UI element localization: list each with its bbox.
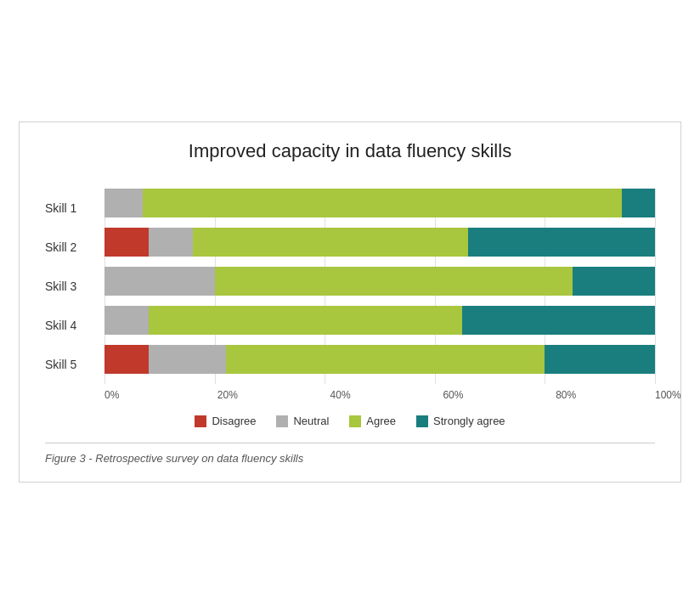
chart-title: Improved capacity in data fluency skills: [45, 139, 655, 164]
bar-segment-agree: [149, 306, 462, 335]
y-label: Skill 3: [45, 267, 104, 306]
bars-area: [104, 189, 655, 384]
bar-segment-strongly_agree: [573, 267, 655, 296]
bar-segment-agree: [193, 228, 468, 257]
legend-swatch-disagree: [195, 415, 206, 427]
bar-segment-neutral: [104, 267, 215, 296]
bar-segment-strongly_agree: [462, 306, 655, 335]
y-label: Skill 4: [45, 306, 104, 345]
chart-body: Skill 1Skill 2Skill 3Skill 4Skill 5: [45, 189, 655, 384]
legend-label-disagree: Disagree: [212, 415, 256, 427]
bar-segment-neutral: [104, 189, 143, 217]
y-labels: Skill 1Skill 2Skill 3Skill 4Skill 5: [45, 189, 104, 384]
chart-container: Improved capacity in data fluency skills…: [19, 121, 681, 483]
bar-segment-strongly_agree: [468, 228, 655, 257]
legend-item-agree: Agree: [349, 415, 396, 427]
x-axis: 0%20%40%60%80%100%: [104, 389, 655, 401]
bar-row: [104, 228, 655, 257]
bar-segment-disagree: [104, 345, 149, 374]
bar-segment-agree: [215, 267, 573, 296]
legend-label-neutral: Neutral: [293, 415, 329, 427]
bar-segment-agree: [226, 345, 545, 374]
legend-swatch-strongly_agree: [416, 415, 428, 427]
bar-segment-disagree: [104, 228, 149, 257]
legend-item-disagree: Disagree: [195, 415, 256, 427]
x-tick: 40%: [330, 389, 443, 401]
bar-segment-strongly_agree: [545, 345, 655, 374]
x-tick: 0%: [104, 389, 217, 401]
bar-row: [104, 306, 655, 335]
bar-segment-neutral: [104, 306, 149, 335]
x-tick: 20%: [217, 389, 330, 401]
legend-label-strongly_agree: Strongly agree: [433, 415, 505, 427]
y-label: Skill 2: [45, 228, 104, 267]
gridline: [655, 189, 656, 384]
bar-row: [104, 345, 655, 374]
legend-label-agree: Agree: [366, 415, 396, 427]
figure-caption: Figure 3 - Retrospective survey on data …: [45, 443, 655, 465]
bar-segment-strongly_agree: [622, 189, 655, 217]
bar-segment-agree: [143, 189, 622, 217]
legend: DisagreeNeutralAgreeStrongly agree: [45, 415, 655, 427]
bar-row: [104, 189, 655, 217]
x-tick: 80%: [556, 389, 669, 401]
y-label: Skill 1: [45, 189, 104, 228]
bar-row: [104, 267, 655, 296]
legend-swatch-neutral: [276, 415, 288, 427]
legend-swatch-agree: [349, 415, 361, 427]
legend-item-neutral: Neutral: [276, 415, 329, 427]
bar-segment-neutral: [149, 228, 193, 257]
y-label: Skill 5: [45, 345, 104, 384]
legend-item-strongly_agree: Strongly agree: [416, 415, 505, 427]
x-tick: 60%: [443, 389, 556, 401]
bar-segment-neutral: [149, 345, 226, 374]
